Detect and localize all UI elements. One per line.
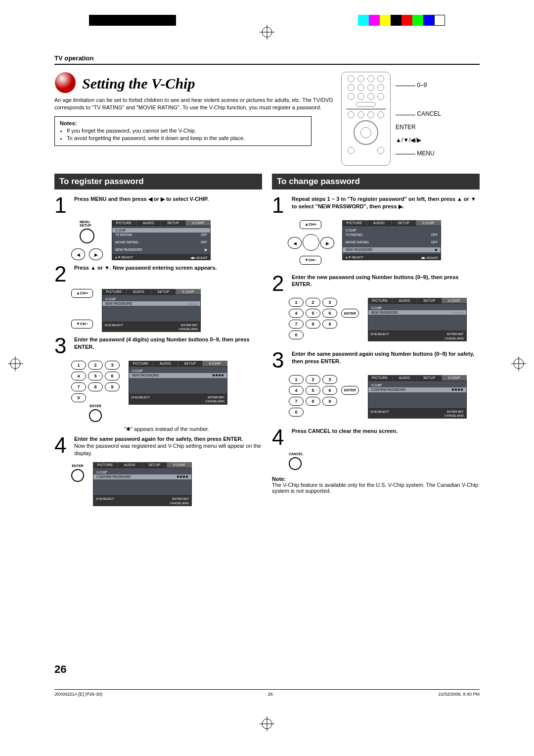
step2-title: Press ▲ or ▼. New password entering scre…: [74, 264, 262, 272]
step-number: 1: [54, 195, 70, 215]
keypad-diagram: 123 46 789 0: [289, 298, 337, 339]
column-heading-register: To register password: [54, 174, 262, 189]
note-item: If you forget the password, you cannot s…: [67, 127, 306, 135]
note-item: To avoid forgetting the password, write …: [67, 135, 306, 142]
sphere-ornament-icon: [54, 72, 79, 94]
cancel-label: CANCEL: [289, 452, 303, 456]
remote-labels: 0–9 CANCEL ENTER ▲/▼/◀/▶ MENU: [396, 79, 441, 160]
remote-label-cancel: CANCEL: [396, 107, 441, 120]
enter-button-icon: ENTER: [341, 386, 359, 395]
remote-label-enter: ENTER: [396, 121, 441, 134]
osd-menu: PICTUREAUDIOSETUPV-CHIP V-CHIP TV RATING…: [342, 220, 441, 260]
registration-mark-icon: [260, 716, 274, 731]
step-number: 4: [272, 427, 288, 447]
registration-mark-icon: [8, 356, 23, 371]
osd-menu: PICTUREAUDIOSETUPV-CHIP V-CHIP NEW PASSW…: [102, 289, 201, 332]
remote-label-menu: MENU: [396, 147, 441, 160]
right-arrow-icon: [89, 248, 103, 260]
dpad-diagram: ▲CH+ ▼CH−: [289, 220, 333, 265]
cmyk-bars-right: [358, 15, 445, 26]
section-header: TV operation: [54, 54, 480, 65]
step-number: 2: [272, 274, 288, 293]
remote-control-diagram: [341, 72, 391, 166]
keypad-diagram: 123 46 789 0: [289, 375, 337, 417]
svg-point-12: [55, 72, 76, 93]
registration-mark-icon: [511, 356, 526, 371]
footer-date: 21/02/2006, 8:40 PM: [438, 692, 480, 697]
step1-title: Press MENU and then press ◀ or ▶ to sele…: [74, 195, 262, 203]
step-number: 4: [54, 435, 70, 458]
footer-note: Note: The V-Chip feature is available on…: [272, 476, 480, 494]
notes-box: Notes: If you forget the password, you c…: [54, 116, 312, 146]
enter-label: ENTER: [72, 464, 84, 468]
remote-label-arrows: ▲/▼/◀/▶: [396, 134, 441, 146]
r-step3-title: Enter the same password again using Numb…: [292, 350, 480, 365]
step-number: 3: [54, 336, 70, 356]
column-heading-change: To change password: [272, 174, 480, 189]
intro-text: An age limitation can be set to forbid c…: [54, 96, 336, 111]
osd-menu: PICTUREAUDIOSETUPV-CHIP V-CHIP CONFIRM P…: [93, 462, 192, 506]
step-number: 3: [272, 350, 288, 370]
enter-label: ENTER: [89, 404, 101, 408]
step-number: 1: [272, 195, 288, 215]
remote-label-numbers: 0–9: [396, 79, 441, 92]
osd-menu: PICTUREAUDIOSETUPV-CHIP V-CHIP NEW PASSW…: [368, 298, 467, 341]
page-title: Setting the V-Chip: [82, 75, 195, 92]
osd-menu: PICTUREAUDIOSETUPV-CHIP V-CHIP CONFIRM P…: [368, 375, 467, 419]
enter-button-icon: [71, 469, 84, 482]
cancel-button-icon: [289, 457, 302, 470]
page-number: 26: [54, 663, 66, 676]
footer-page: 26: [268, 692, 273, 697]
enter-button-icon: [89, 409, 102, 422]
cmyk-bars-left: [89, 15, 176, 26]
osd-menu: PICTUREAUDIOSETUPV-CHIP V-CHIP TV RATING…: [112, 220, 211, 260]
ch-plus-button-icon: ▲CH+: [71, 289, 93, 298]
keypad-diagram: 123 46 789 0: [71, 361, 120, 402]
step3-title: Enter the password (4 digits) using Numb…: [74, 336, 262, 351]
menu-button-icon: [80, 229, 94, 243]
r-step1-title: Repeat steps 1 ~ 3 in "To register passw…: [292, 195, 480, 210]
menu-setup-label: MENU SETUP: [80, 220, 94, 228]
step4-title: Enter the same password again for the sa…: [74, 435, 262, 443]
r-step4-title: Press CANCEL to clear the menu screen.: [292, 427, 480, 435]
left-arrow-icon: [71, 248, 85, 260]
notes-title: Notes:: [60, 120, 306, 127]
step3-note: "✱" appears instead of the number.: [71, 426, 262, 432]
osd-menu: PICTUREAUDIOSETUPV-CHIP V-CHIP NEW PASSW…: [129, 361, 227, 405]
print-footer: J5X00221A [E] (P26-30) 26 21/02/2006, 8:…: [54, 689, 480, 697]
registration-mark-icon: [260, 25, 274, 40]
footer-file: J5X00221A [E] (P26-30): [54, 692, 102, 697]
step-number: 2: [54, 264, 70, 284]
enter-button-icon: ENTER: [341, 309, 359, 318]
ch-minus-button-icon: ▼CH−: [71, 320, 93, 329]
r-step2-title: Enter the new password using Number butt…: [292, 274, 480, 288]
step4-text: Now the password was registered and V-Ch…: [74, 442, 262, 457]
